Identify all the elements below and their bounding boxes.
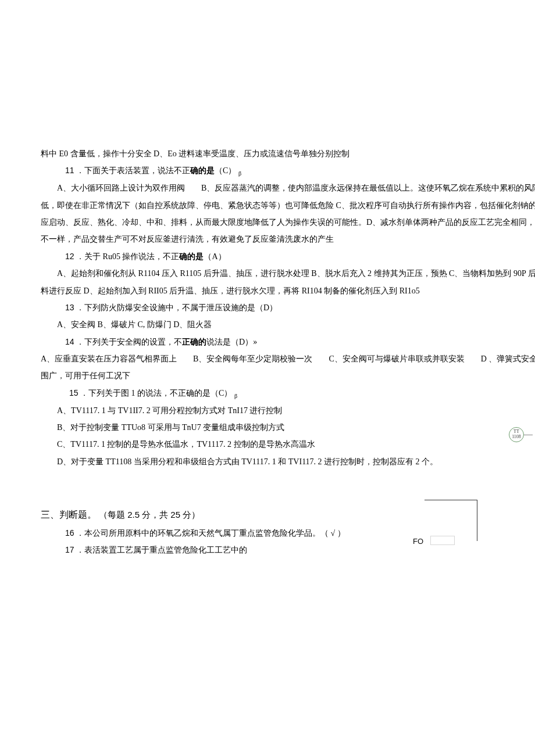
q13-number: 13 (65, 303, 74, 312)
tt-num: 1108 (512, 434, 521, 439)
q12-stem: ．关于 Ru05 操作说法，不正 (76, 252, 179, 261)
fo-label: FO (413, 533, 423, 549)
q12-options: A、起始剂和催化剂从 R1104 压入 R1105 后升温、抽压，进行脱水处理 … (41, 265, 535, 299)
q12-number: 12 (65, 252, 74, 261)
q11-tail: （C） (215, 166, 236, 175)
q14-options: A、应垂直安装在压力容器气相界面上 B、安全阀每年至少定期校验一次 C、安全阀可… (41, 350, 535, 385)
q14-tail: 说法是（D）» (206, 338, 257, 346)
tt-top: TT (513, 429, 519, 434)
tt-sensor-icon: TT 1108 (509, 427, 524, 442)
intro-fragment: 料中 E0 含量低，操作十分安全 D、Eo 进料速率受温度、压力或流速信号单独分… (41, 145, 535, 162)
question-14: 14 ．下列关于安全阀的设置，不正确的说法是（D）» (41, 334, 535, 350)
q17-text: ．表活装置工艺属于重点监管危险化工工艺中的 (76, 546, 247, 554)
q14-bold: 正确的 (182, 338, 206, 346)
q12-tail: （A） (204, 252, 226, 261)
diagram-box (425, 500, 477, 541)
q11-options: A、大小循环回路上设计为双作用阀 B、反应器蒸汽的调整，使内部温度永远保持在最低… (41, 180, 535, 248)
diagram-bottom-right: HIOI 烟雕牖 (518, 482, 535, 552)
question-11: 11 ．下面关于表活装置，说法不正确的是（C） β (41, 162, 535, 180)
valve-icon (430, 536, 455, 545)
question-15: 15 ．下列关于图 1 的说法，不正确的是（C） β (41, 385, 535, 402)
q14-stem: ．下列关于安全阀的设置，不 (76, 338, 182, 346)
q11-stem: ．下面关于表活装置，说法不正 (76, 166, 190, 175)
q16-number: 16 (65, 528, 74, 538)
q15-sub: β (234, 393, 237, 399)
tt-connector-line (524, 435, 533, 435)
q13-stem: ．下列防火防爆安全设施中，不属于泄压设施的是（D） (76, 303, 277, 312)
q14-number: 14 (65, 337, 74, 346)
q15-option-d: D、对于变量 TT1108 当采用分程和串级组合方式由 TV1117. 1 和 … (41, 453, 535, 470)
question-13: 13 ．下列防火防爆安全设施中，不属于泄压设施的是（D） (41, 299, 535, 316)
q11-sub: β (238, 170, 241, 177)
q12-bold: 确的是 (179, 252, 204, 261)
section-3-score: （每题 2.5 分，共 25 分） (99, 510, 200, 519)
q15-option-c: C、TV1117. 1 控制的是导热水低温水，TV1117. 2 控制的是导热水… (41, 436, 535, 453)
q11-bold: 确的是 (190, 166, 215, 175)
section-3-cn: 三、判断题。 (41, 510, 97, 519)
question-12: 12 ．关于 Ru05 操作说法，不正确的是（A） (41, 248, 535, 265)
q17-number: 17 (65, 545, 74, 554)
q13-options: A、安全阀 B、爆破片 C, 防爆门 D、阻火器 (41, 316, 535, 333)
q15-option-a: A、TV1117. 1 与 TV1II7. 2 可用分程控制方式对 TnI17 … (41, 402, 535, 419)
q15-stem: ．下列关于图 1 的说法，不正确的是（C） (80, 389, 232, 397)
q11-number: 11 (65, 166, 74, 175)
q15-number: 15 (69, 388, 79, 397)
q15-option-b: B、对于控制变量 TTUo8 可采用与 TnU7 变量组成串级控制方式 (41, 419, 535, 436)
diagram-middle: FO (413, 500, 483, 558)
q16-text: ．本公司所用原料中的环氧乙烷和天然气属丁重点监管危险化学品。（ √ ） (76, 529, 345, 538)
